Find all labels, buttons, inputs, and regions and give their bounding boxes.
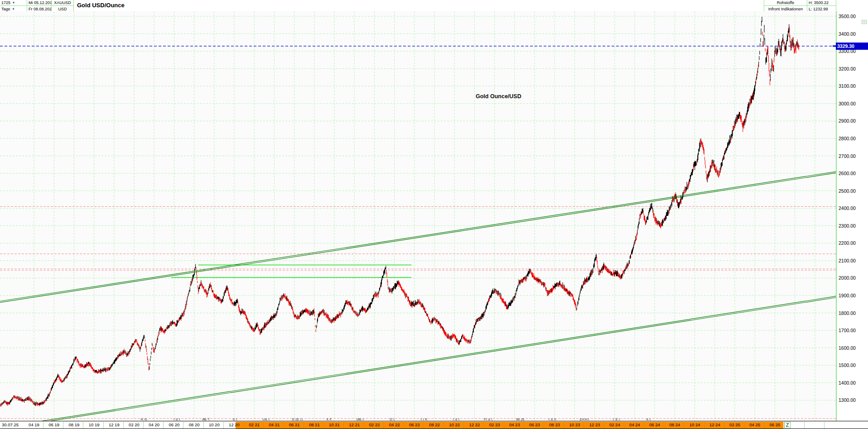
price-axis-label: 2300.00 [839, 223, 856, 229]
period-high-readout: H: 3500.22 [807, 0, 836, 6]
time-axis-tick [524, 422, 524, 429]
time-axis-label: 08 20 [189, 422, 200, 427]
time-axis-label: 08 19 [69, 422, 80, 427]
time-axis-label: 08 24 [670, 422, 680, 427]
time-axis-label: 04 24 [629, 422, 640, 427]
price-axis-label: 2200.00 [839, 240, 856, 246]
price-chart-canvas[interactable] [0, 11, 836, 421]
price-axis-label: 2100.00 [839, 258, 856, 263]
price-axis-label: 1800.00 [839, 310, 856, 316]
price-axis-label: 2000.00 [839, 275, 856, 281]
time-axis-label: 04 21 [269, 422, 280, 427]
time-axis-tick [644, 422, 644, 429]
time-axis-label: 10 19 [89, 422, 100, 427]
symbol-field[interactable]: XAUUSD [52, 0, 74, 6]
event-marker-label: d. l. [233, 418, 237, 421]
time-axis-tick [283, 422, 284, 429]
time-axis-tick [583, 422, 584, 429]
event-marker-label: ll. F. [327, 418, 332, 421]
time-axis-label: 06 25 [770, 422, 781, 427]
chevron-down-icon: ▼ [12, 1, 15, 4]
time-axis-label: 12 21 [349, 422, 360, 427]
chart-watermark: Gold Ounce/USD [476, 93, 521, 100]
time-axis-tick [704, 422, 704, 429]
event-marker-label: d. l. [646, 418, 651, 421]
time-axis-tick [63, 422, 63, 429]
event-marker-label: All. (S. [516, 418, 525, 421]
event-marker-label: D. l. [390, 418, 395, 421]
time-axis-label: 04 22 [389, 422, 400, 427]
time-axis-label: 02 24 [609, 422, 620, 427]
time-axis-tick [223, 422, 224, 429]
event-marker-label: Ltd. l. [263, 418, 270, 421]
price-axis-label: 3200.00 [839, 66, 856, 72]
time-axis-tick [383, 422, 384, 429]
time-axis-tick [83, 422, 83, 429]
price-axis-label: 1700.00 [839, 328, 856, 333]
time-axis-label: 06 22 [409, 422, 420, 427]
time-axis-label: 02 25 [729, 422, 740, 427]
price-axis[interactable]: 3500.003400.003300.003200.003100.003000.… [836, 11, 868, 421]
time-axis-tick [203, 422, 204, 429]
price-axis-label: 1500.00 [839, 362, 856, 368]
time-axis-label: 02 23 [489, 422, 500, 427]
feed-name: Rohstoffe [764, 0, 807, 6]
time-axis-tick [243, 422, 244, 429]
time-axis-tick [764, 422, 764, 429]
price-axis-label: 2800.00 [839, 136, 856, 141]
event-marker-label: l. l. K. [421, 418, 428, 421]
event-marker-label: H. G. [141, 418, 148, 421]
time-axis-label: 04 20 [149, 422, 159, 427]
time-axis-tick [183, 422, 183, 429]
time-axis-tick [304, 422, 304, 429]
time-axis-label: 10 24 [690, 422, 700, 427]
time-axis-label: 06 19 [48, 422, 59, 427]
time-axis-tick [824, 422, 825, 429]
event-marker-label: l. d. h. [549, 418, 557, 421]
event-marker-label: l. S. l. [613, 418, 620, 421]
event-marker-label: Fi. d. l. [484, 418, 493, 421]
chevron-down-icon: ▼ [12, 8, 15, 10]
time-axis-tick [363, 422, 364, 429]
event-marker-label: AB. T. [202, 418, 210, 421]
price-axis-label: 1400.00 [839, 380, 856, 386]
collapse-icon[interactable] [862, 20, 867, 24]
time-axis-label: 04 23 [509, 422, 520, 427]
event-marker-label: (Ab. l. [357, 418, 364, 421]
price-axis-label: 1600.00 [839, 345, 856, 351]
time-axis-tick [604, 422, 604, 429]
time-axis-label: 04 25 [749, 422, 760, 427]
time-axis-tick [664, 422, 664, 429]
period-dropdown[interactable]: 1725 ▼ [0, 0, 27, 6]
time-axis-label: 08 23 [549, 422, 560, 427]
price-axis-label: 2600.00 [839, 171, 856, 176]
period-value: 1725 [1, 0, 10, 5]
price-axis-label: 1900.00 [839, 293, 856, 298]
time-axis-tick [504, 422, 504, 429]
time-axis-tick [684, 422, 684, 429]
event-marker-label: l. d. l. [453, 418, 460, 421]
price-axis-label: 2400.00 [839, 205, 856, 211]
time-axis-tick [123, 422, 124, 429]
zoom-reset-button[interactable]: Z [784, 422, 791, 428]
time-axis-tick [483, 422, 484, 429]
time-axis-tick [103, 422, 104, 429]
time-axis[interactable]: 30.07.25 Z 04 1906 1908 1910 1912 1902 2… [0, 421, 868, 429]
time-axis-tick [43, 422, 43, 429]
date-from-field[interactable]: Mi 05.12.2018 [27, 0, 52, 6]
price-axis-label: 3100.00 [839, 83, 856, 89]
time-axis-tick [424, 422, 424, 429]
time-axis-tick [163, 422, 164, 429]
time-axis-tick [263, 422, 264, 429]
time-axis-tick [564, 422, 564, 429]
time-axis-label: 12 23 [589, 422, 600, 427]
time-axis-tick [744, 422, 744, 429]
last-price-badge: 3329.30 [836, 43, 868, 50]
time-axis-label: 12 24 [709, 422, 720, 427]
event-marker-label: l. d. l. [174, 418, 181, 421]
time-axis-label: 06 23 [529, 422, 540, 427]
time-axis-label: 06 20 [169, 422, 180, 427]
time-axis-label: 02 22 [369, 422, 380, 427]
time-axis-tick [784, 422, 784, 429]
time-axis-label: 06 24 [649, 422, 660, 427]
